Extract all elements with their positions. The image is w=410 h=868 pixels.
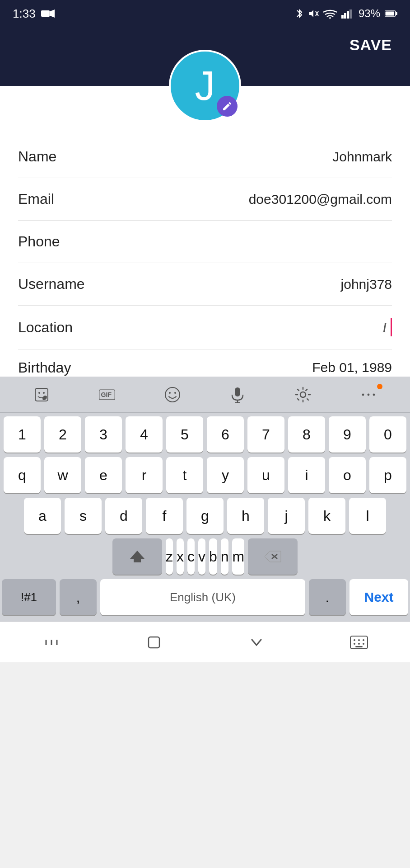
svg-point-40 [363, 643, 364, 645]
svg-rect-10 [396, 12, 397, 15]
q-row: q w e r t y u i o p [2, 457, 408, 493]
email-field-row[interactable]: Email doe301200@gmail.com [18, 178, 392, 221]
key-4[interactable]: 4 [126, 416, 163, 453]
keyboard: 1 2 3 4 5 6 7 8 9 0 q w e r t y u i o p … [0, 413, 410, 622]
key-t[interactable]: t [166, 457, 203, 493]
key-h[interactable]: h [227, 498, 264, 534]
spacebar[interactable]: English (UK) [100, 579, 305, 615]
key-x[interactable]: x [177, 538, 184, 575]
key-y[interactable]: y [207, 457, 244, 493]
key-7[interactable]: 7 [247, 416, 284, 453]
next-key[interactable]: Next [349, 579, 408, 615]
key-1[interactable]: 1 [4, 416, 41, 453]
key-6[interactable]: 6 [207, 416, 244, 453]
symbols-key[interactable]: !#1 [2, 579, 56, 615]
avatar-container: J [0, 50, 410, 122]
key-0[interactable]: 0 [369, 416, 406, 453]
location-field-row[interactable]: Location I [18, 306, 392, 349]
home-icon [145, 633, 163, 651]
number-row: 1 2 3 4 5 6 7 8 9 0 [2, 416, 408, 453]
home-button[interactable] [131, 629, 177, 656]
period-key[interactable]: . [309, 579, 346, 615]
svg-point-24 [362, 393, 364, 396]
pencil-icon [222, 101, 233, 112]
gif-icon: GIF [99, 387, 115, 403]
wifi-icon [323, 9, 337, 19]
key-j[interactable]: j [268, 498, 305, 534]
content-area: J Name Johnmark Email doe301200@gmail.co… [0, 50, 410, 377]
form-area: Name Johnmark Email doe301200@gmail.com … [0, 131, 410, 377]
key-k[interactable]: k [308, 498, 345, 534]
key-i[interactable]: i [288, 457, 325, 493]
key-d[interactable]: d [105, 498, 142, 534]
comma-key[interactable]: , [60, 579, 97, 615]
gif-button[interactable]: GIF [91, 382, 123, 407]
more-button[interactable] [353, 382, 384, 407]
birthday-field-row[interactable]: Birthday Feb 01, 1989 [18, 349, 392, 377]
key-r[interactable]: r [126, 457, 163, 493]
svg-rect-7 [347, 11, 349, 19]
username-field-row[interactable]: Username johnj378 [18, 263, 392, 306]
svg-point-14 [43, 392, 45, 394]
text-cursor-i: I [382, 319, 387, 336]
avatar: J [169, 50, 241, 122]
a-row: a s d f g h j k l [2, 498, 408, 534]
svg-point-18 [169, 392, 171, 394]
key-z[interactable]: z [166, 538, 173, 575]
back-icon [42, 633, 61, 651]
key-f[interactable]: f [146, 498, 183, 534]
key-s[interactable]: s [65, 498, 102, 534]
svg-point-4 [329, 17, 331, 19]
key-c[interactable]: c [187, 538, 195, 575]
bluetooth-icon [295, 8, 303, 19]
key-5[interactable]: 5 [166, 416, 203, 453]
name-value: Johnmark [65, 149, 392, 165]
key-w[interactable]: w [44, 457, 81, 493]
svg-point-25 [367, 393, 369, 396]
key-p[interactable]: p [369, 457, 406, 493]
down-button[interactable] [234, 629, 279, 656]
phone-field-row[interactable]: Phone [18, 221, 392, 263]
keyboard-settings-button[interactable] [287, 382, 319, 407]
svg-rect-33 [149, 637, 159, 648]
svg-rect-6 [344, 13, 346, 19]
location-value: I [82, 318, 392, 336]
key-l[interactable]: l [349, 498, 386, 534]
keyboard-button[interactable] [336, 629, 382, 656]
svg-point-23 [300, 392, 306, 397]
edit-avatar-button[interactable] [217, 96, 238, 117]
key-3[interactable]: 3 [85, 416, 122, 453]
mic-button[interactable] [222, 382, 253, 407]
key-e[interactable]: e [85, 457, 122, 493]
emoji-button[interactable] [157, 382, 188, 407]
svg-rect-8 [349, 9, 352, 19]
backspace-key[interactable] [248, 538, 298, 575]
keyboard-toolbar: GIF [0, 377, 410, 413]
key-v[interactable]: v [198, 538, 205, 575]
notification-dot [377, 384, 382, 389]
more-icon [360, 387, 377, 403]
key-u[interactable]: u [247, 457, 284, 493]
username-label: Username [18, 276, 85, 292]
key-m[interactable]: m [232, 538, 244, 575]
key-o[interactable]: o [329, 457, 366, 493]
gear-icon [295, 387, 311, 403]
name-field-row[interactable]: Name Johnmark [18, 136, 392, 178]
key-a[interactable]: a [24, 498, 61, 534]
bottom-row: !#1 , English (UK) . Next [2, 579, 408, 615]
sticker-button[interactable] [26, 382, 57, 407]
video-icon [41, 9, 55, 18]
key-9[interactable]: 9 [329, 416, 366, 453]
signal-icon [341, 9, 354, 19]
key-n[interactable]: n [221, 538, 229, 575]
nav-bar [0, 622, 410, 662]
back-button[interactable] [29, 629, 74, 656]
key-q[interactable]: q [4, 457, 41, 493]
svg-point-13 [38, 392, 40, 394]
key-b[interactable]: b [209, 538, 217, 575]
svg-marker-1 [50, 9, 55, 18]
shift-key[interactable] [112, 538, 162, 575]
key-8[interactable]: 8 [288, 416, 325, 453]
key-g[interactable]: g [186, 498, 224, 534]
key-2[interactable]: 2 [44, 416, 81, 453]
